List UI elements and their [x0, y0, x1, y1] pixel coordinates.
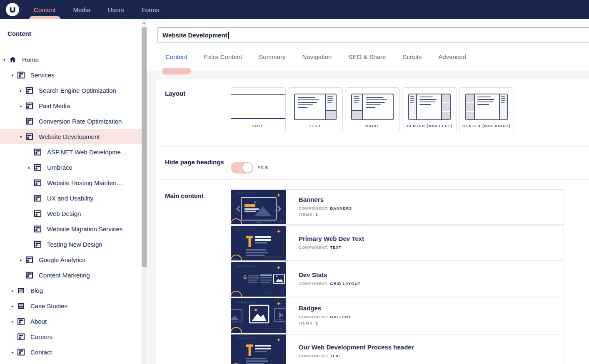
layout-option-label: RIGHT	[345, 124, 399, 128]
component-label: COMPONENT:	[299, 314, 329, 319]
caret-right-icon[interactable]: ▸	[28, 166, 34, 170]
content-item-primary-web-dev-text[interactable]: Primary Web Dev TextCOMPONENT: TEXT	[231, 225, 564, 261]
layout-option-full[interactable]: FULL	[231, 87, 286, 132]
tab-extra-content[interactable]: Extra Content	[204, 53, 242, 60]
tree-item-label: Content Marketing	[39, 272, 90, 279]
caret-right-icon[interactable]: ▸	[20, 89, 26, 93]
main-content-label: Main content	[156, 180, 231, 364]
tab-label: Navigation	[302, 53, 332, 60]
text-component-thumbnail	[231, 226, 286, 260]
tree-item-label: Careers	[30, 333, 52, 340]
content-item-badges[interactable]: BadgesCOMPONENT: GALLERYITEMS: 1	[231, 298, 564, 333]
content-item-banners[interactable]: BannersCOMPONENT: BANNERSITEMS: 1	[231, 189, 564, 225]
caret-down-icon[interactable]: ▾	[3, 58, 9, 62]
content-item-our-web-development-process-header[interactable]: Our Web Development Process headerCOMPON…	[231, 334, 564, 364]
layout-option-left[interactable]: LEFT	[288, 87, 343, 132]
tab-scripts[interactable]: Scripts	[402, 53, 422, 60]
tab-label: Summary	[259, 53, 285, 60]
topnav-item-media[interactable]: Media	[65, 0, 99, 19]
caret-right-icon[interactable]: ▸	[12, 350, 17, 354]
tree-item-website-migration-services[interactable]: Website Migration Services	[0, 221, 142, 237]
layout-icon	[26, 118, 33, 125]
topnav-item-forms[interactable]: Forms	[133, 0, 168, 19]
article-icon	[17, 287, 25, 294]
tree-item-paid-media[interactable]: ▸Paid Media	[0, 98, 142, 114]
tree-item-ux-and-usability[interactable]: UX and Usability	[0, 191, 142, 206]
caret-down-icon[interactable]: ▾	[12, 73, 17, 77]
content-item-dev-stats[interactable]: GDev StatsCOMPONENT: GRID LAYOUT	[231, 262, 564, 297]
scroll-up-button[interactable]: ▲	[142, 19, 147, 26]
tree-item-label: Website Development	[39, 133, 100, 140]
sidebar-section-title: Content	[7, 30, 142, 37]
items-label: ITEMS:	[299, 212, 314, 217]
topnav-item-users[interactable]: Users	[99, 0, 132, 19]
caret-right-icon[interactable]: ▸	[20, 258, 26, 262]
content-item-title: Banners	[299, 196, 352, 203]
tree-item-conversion-rate-optimization[interactable]: Conversion Rate Optimization	[0, 114, 142, 129]
active-section-underline	[29, 16, 60, 19]
caret-right-icon[interactable]: ▸	[12, 304, 17, 308]
tree-item-testing-new-design[interactable]: Testing New Design	[0, 237, 142, 252]
component-meta-line: COMPONENT: GRID LAYOUT	[299, 281, 361, 286]
component-meta-line: COMPONENT: TEXT	[299, 354, 414, 358]
caret-right-icon[interactable]: ▸	[20, 104, 26, 108]
tab-seo-share[interactable]: SEO & Share	[348, 53, 386, 60]
tree-item-blog[interactable]: ▸Blog	[0, 283, 142, 298]
tab-label: SEO & Share	[348, 53, 386, 60]
items-count: 1	[315, 212, 318, 217]
tree-item-google-analytics[interactable]: ▸Google Analytics	[0, 252, 142, 267]
layout-icon	[26, 102, 33, 109]
hide-page-headings-row: Hide page headings YES	[156, 147, 589, 180]
tree-item-services[interactable]: ▾Services	[0, 67, 142, 83]
tree-item-about[interactable]: ▸About	[0, 314, 142, 329]
scroll-up-arrow-icon: ▲	[143, 21, 146, 24]
tree-item-content-marketing[interactable]: Content Marketing	[0, 267, 142, 283]
component-value: TEXT	[330, 354, 341, 358]
items-count: 1	[315, 321, 318, 325]
caret-right-icon[interactable]: ▸	[12, 319, 17, 324]
page-title-text: Website Development	[162, 32, 227, 39]
tree-item-search-engine-optimization[interactable]: ▸Search Engine Optimization	[0, 83, 142, 98]
tree-item-home[interactable]: ▾Home	[0, 52, 142, 67]
tree-item-item[interactable]	[0, 360, 142, 364]
caret-right-icon[interactable]: ▸	[12, 289, 17, 293]
umbraco-logo[interactable]	[5, 2, 20, 17]
layout-option-label: LEFT	[288, 124, 342, 128]
layout-icon	[26, 272, 33, 279]
sidebar-scrollbar[interactable]: ▲	[142, 19, 147, 364]
tree-item-asp-net-web-developme[interactable]: ASP.NET Web Developme…	[0, 144, 142, 160]
tree-item-case-studies[interactable]: ▸Case Studies	[0, 298, 142, 314]
topnav-item-content[interactable]: Content	[25, 0, 65, 19]
layout-option-center-nav-left[interactable]: CENTER (NAV LEFT)	[402, 87, 457, 132]
layout-option-label: CENTER (NAV LEFT)	[402, 124, 457, 128]
tree-item-website-development[interactable]: ▾Website Development	[0, 129, 142, 144]
tree-item-label: Testing New Design	[47, 241, 102, 248]
tree-item-web-design[interactable]: Web Design	[0, 206, 142, 221]
layout-icon	[34, 149, 41, 156]
editor-tabs: ContentExtra ContentSummaryNavigationSEO…	[165, 53, 466, 60]
component-value: GALLERY	[330, 314, 351, 319]
tree-item-website-hosting-mainten[interactable]: Website Hosting Mainten…	[0, 175, 142, 191]
page-title-input[interactable]: Website Development	[157, 27, 589, 42]
tree-item-careers[interactable]: Careers	[0, 329, 142, 344]
layout-option-right[interactable]: RIGHT	[345, 87, 400, 132]
scrollbar-thumb[interactable]	[142, 27, 147, 267]
tree-item-umbraco[interactable]: ▸Umbraco	[0, 160, 142, 175]
layout-option-center-nav-right[interactable]: CENTER (NAV RIGHT)	[459, 87, 514, 132]
tab-summary[interactable]: Summary	[259, 53, 285, 60]
tab-advanced[interactable]: Advanced	[438, 53, 466, 60]
tab-content[interactable]: Content	[165, 53, 187, 60]
tree-item-label: Paid Media	[39, 102, 70, 109]
tree-item-label: Conversion Rate Optimization	[39, 118, 122, 125]
items-label: ITEMS:	[299, 321, 314, 325]
caret-down-icon[interactable]: ▾	[20, 135, 26, 139]
tab-navigation[interactable]: Navigation	[302, 53, 332, 60]
topnav-items: ContentMediaUsersForms	[25, 0, 168, 19]
component-label: COMPONENT:	[299, 245, 329, 250]
topnav-item-label: Content	[34, 6, 56, 13]
tab-label: Content	[165, 53, 187, 60]
hide-page-headings-toggle[interactable]	[231, 162, 253, 173]
tree-item-contact[interactable]: ▸Contact	[0, 344, 142, 360]
tree-item-label: Search Engine Optimization	[39, 87, 116, 94]
content-tree-sidebar: Content ▾Home▾Services▸Search Engine Opt…	[0, 19, 142, 364]
